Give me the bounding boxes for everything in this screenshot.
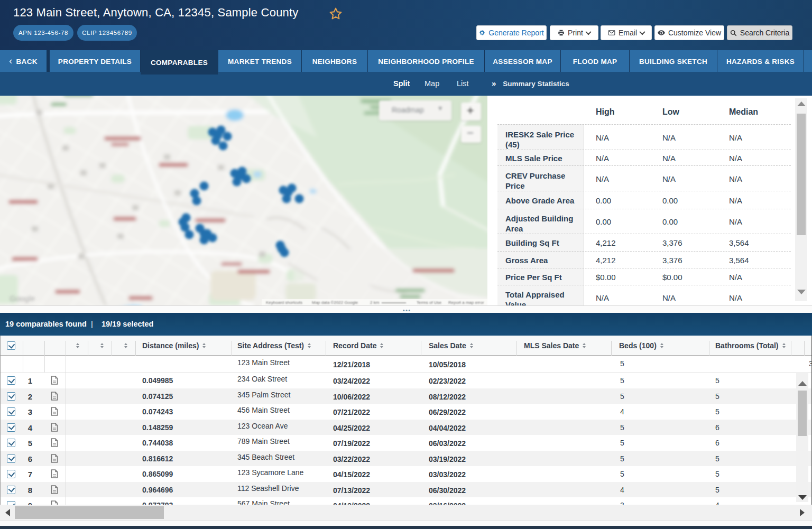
- svg-text:Google: Google: [10, 294, 35, 303]
- svg-text:Keyboard shortcuts: Keyboard shortcuts: [266, 300, 302, 305]
- svg-text:2 km: 2 km: [370, 300, 380, 305]
- svg-text:Terms of Use: Terms of Use: [417, 300, 442, 305]
- svg-text:Report a map error: Report a map error: [448, 300, 484, 305]
- svg-text:Map data ©2022 Google: Map data ©2022 Google: [312, 300, 358, 305]
